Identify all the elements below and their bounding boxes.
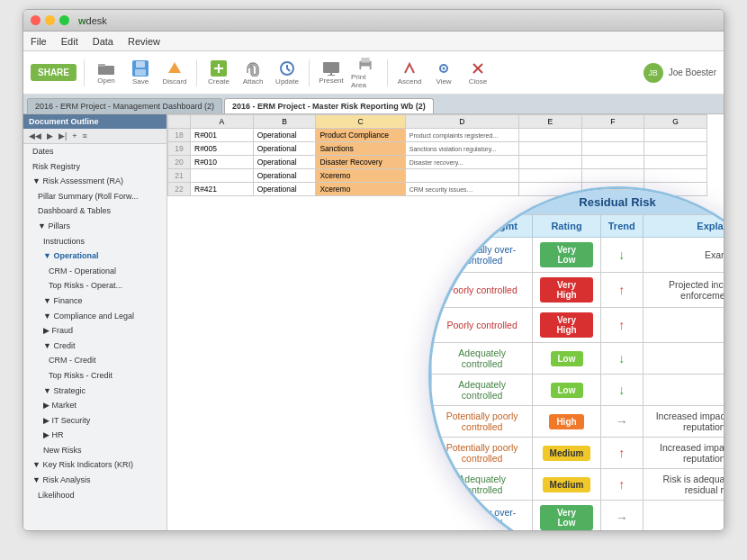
save-icon[interactable]: Save: [126, 57, 155, 89]
svg-point-17: [443, 67, 446, 69]
rating-badge: Medium: [543, 446, 591, 461]
sidebar-item-top-risks-credit[interactable]: Top Risks - Credit: [23, 368, 166, 384]
sidebar-item-pillars[interactable]: ▼ Pillars: [23, 219, 166, 234]
table-row: 18 R#001 Operational Product Compliance …: [168, 129, 707, 142]
tab-management-dashboard[interactable]: 2016 - ERM Project - Management Dashboar…: [27, 98, 222, 113]
sidebar-item-market[interactable]: ▶ Market: [23, 398, 166, 413]
sidebar-item-likelihood[interactable]: Likelihood: [23, 488, 166, 503]
sidebar-item-dates[interactable]: Dates: [23, 144, 166, 159]
trend-icon: ↑: [618, 283, 625, 297]
trend-icon: ↓: [618, 351, 625, 366]
sidebar-item-top-risks-operational[interactable]: Top Risks - Operat...: [23, 278, 166, 294]
user-area: JB Joe Boester: [644, 63, 716, 83]
rating-badge: Very Low: [540, 505, 592, 530]
sidebar-toolbar-fwd[interactable]: ▶: [45, 131, 55, 141]
tab-master-risk[interactable]: 2016 - ERM Project - Master Risk Reporti…: [224, 98, 434, 113]
share-button[interactable]: SHARE: [31, 64, 76, 81]
menu-review[interactable]: Review: [128, 36, 160, 47]
user-name: Joe Boester: [669, 68, 716, 77]
sidebar-toolbar-more[interactable]: ≡: [81, 131, 89, 141]
user-avatar: JB: [644, 63, 663, 83]
browser-window: wdesk File Edit Data Review SHARE Open S…: [22, 9, 724, 531]
discard-icon[interactable]: Discard: [160, 57, 189, 89]
sidebar-header: Document Outline: [23, 114, 166, 129]
col-header-rownum: [168, 115, 191, 129]
rating-badge: High: [549, 414, 583, 429]
control-label: Adequately controlled: [458, 348, 506, 369]
sidebar-item-crm-operational[interactable]: CRM - Operational: [23, 264, 166, 279]
sidebar-item-kri[interactable]: ▼ Key Risk Indicators (KRI): [23, 457, 166, 473]
printarea-icon[interactable]: Print Area: [351, 57, 380, 89]
menu-edit[interactable]: Edit: [61, 36, 78, 47]
sidebar-item-it-security[interactable]: ▶ IT Security: [23, 413, 166, 429]
close-button[interactable]: [31, 15, 40, 25]
svg-rect-14: [361, 57, 369, 62]
sidebar-toolbar-expand[interactable]: ▶|: [57, 131, 68, 141]
risk-row-5: Adequately controlled Low ↓: [432, 375, 724, 406]
sidebar-item-instructions[interactable]: Instructions: [23, 234, 166, 249]
update-icon[interactable]: Update: [273, 57, 302, 89]
risk-row-4: Adequately controlled Low ↓: [432, 343, 724, 375]
present-icon[interactable]: Present: [317, 57, 346, 89]
menu-data[interactable]: Data: [93, 36, 113, 47]
traffic-lights: [31, 15, 69, 25]
sidebar-item-strategic[interactable]: ▼ Strategic: [23, 384, 166, 399]
main-area: Document Outline ◀◀ ▶ ▶| + ≡ Dates Risk …: [23, 114, 724, 530]
rating-badge: Very Low: [540, 242, 592, 267]
maximize-button[interactable]: [59, 15, 69, 25]
toolbar: SHARE Open Save Discard Create Attach Up…: [23, 51, 724, 95]
sidebar-item-new-risks[interactable]: New Risks: [23, 443, 166, 458]
trend-icon: ↓: [618, 248, 625, 262]
table-row: 19 R#005 Operational Sanctions Sanctions…: [168, 142, 707, 156]
sidebar-item-finance[interactable]: ▼ Finance: [23, 294, 166, 309]
sidebar-item-risk-analysis[interactable]: ▼ Risk Analysis: [23, 473, 166, 488]
risk-row-2: Poorly controlled Very High ↑ Projected …: [432, 273, 724, 308]
tab-bar: 2016 - ERM Project - Management Dashboar…: [23, 95, 724, 114]
close-icon[interactable]: Close: [464, 57, 492, 89]
explanation-text: Projected increase in scru enforcement a…: [643, 273, 724, 308]
open-icon[interactable]: Open: [92, 57, 121, 89]
toolbar-separator-2: [196, 59, 197, 86]
col-header-e: E: [518, 115, 581, 129]
svg-rect-1: [98, 64, 105, 67]
col-header-g: G: [644, 115, 707, 129]
sidebar-item-crm-credit[interactable]: CRM - Credit: [23, 353, 166, 368]
control-label: Poorly controlled: [447, 320, 518, 330]
sidebar-toolbar-back[interactable]: ◀◀: [27, 131, 43, 141]
sidebar-item-risk-registry[interactable]: Risk Registry: [23, 159, 166, 175]
attach-icon[interactable]: Attach: [238, 57, 267, 89]
svg-rect-3: [136, 61, 145, 68]
col-header-a: A: [191, 115, 254, 129]
view-icon[interactable]: View: [429, 57, 458, 89]
sidebar-item-credit[interactable]: ▼ Credit: [23, 339, 166, 354]
sidebar-item-pillar-summary[interactable]: Pillar Summary (Roll Forw...: [23, 189, 166, 204]
trend-icon: ↑: [618, 477, 625, 492]
sidebar-item-dashboard[interactable]: Dashboard & Tables: [23, 203, 166, 219]
sidebar-item-ra[interactable]: ▼ Risk Assessment (RA): [23, 174, 166, 189]
sidebar-item-compliance[interactable]: ▼ Compliance and Legal: [23, 309, 166, 324]
explanation-text: [643, 343, 724, 375]
trend-icon: →: [616, 510, 628, 525]
minimize-button[interactable]: [45, 15, 55, 25]
create-icon[interactable]: Create: [204, 57, 233, 89]
toolbar-separator: [84, 59, 85, 86]
control-label: Adequately controlled: [458, 379, 506, 401]
sidebar: Document Outline ◀◀ ▶ ▶| + ≡ Dates Risk …: [23, 114, 167, 530]
trend-icon: →: [616, 414, 628, 429]
rating-badge: Medium: [543, 477, 591, 492]
col-header-explanation: Explanati...: [643, 215, 724, 238]
sidebar-item-operational[interactable]: ▼ Operational: [23, 248, 166, 264]
svg-marker-5: [168, 62, 181, 73]
menu-file[interactable]: File: [31, 36, 47, 47]
svg-rect-0: [98, 66, 114, 75]
control-label: Poorly controlled: [447, 285, 518, 295]
ascend-icon[interactable]: Ascend: [395, 57, 424, 89]
trend-icon: ↑: [618, 318, 625, 332]
sidebar-item-fraud[interactable]: ▶ Fraud: [23, 323, 166, 339]
sidebar-item-hr[interactable]: ▶ HR: [23, 428, 166, 443]
col-header-c: C: [316, 115, 405, 129]
rating-badge: Very High: [540, 277, 592, 303]
explanation-text: [643, 308, 724, 343]
sidebar-toolbar-add[interactable]: +: [70, 131, 78, 141]
sidebar-toolbar: ◀◀ ▶ ▶| + ≡: [23, 129, 166, 144]
